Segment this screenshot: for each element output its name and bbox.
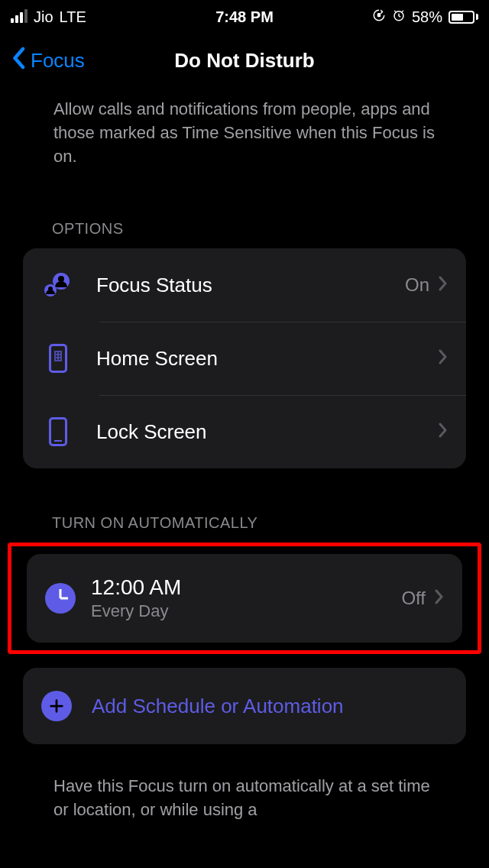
chevron-right-icon bbox=[435, 589, 444, 607]
options-header: OPTIONS bbox=[8, 174, 481, 248]
network-label: LTE bbox=[60, 8, 86, 26]
nav-bar: Focus Do Not Disturb bbox=[0, 34, 489, 87]
lock-screen-row[interactable]: Lock Screen bbox=[23, 395, 466, 468]
plus-icon bbox=[41, 691, 72, 721]
focus-status-icon bbox=[41, 268, 75, 302]
svg-rect-0 bbox=[377, 13, 380, 16]
automation-header: TURN ON AUTOMATICALLY bbox=[8, 468, 481, 542]
home-screen-icon bbox=[41, 342, 75, 375]
schedule-state: Off bbox=[401, 588, 426, 609]
alarm-icon bbox=[392, 8, 406, 26]
clock-icon bbox=[45, 583, 76, 614]
page-title: Do Not Disturb bbox=[174, 49, 314, 73]
svg-point-3 bbox=[58, 276, 64, 282]
highlight-annotation: 12:00 AM Every Day Off bbox=[8, 542, 481, 654]
chevron-right-icon bbox=[439, 276, 448, 294]
lock-screen-icon bbox=[41, 415, 75, 449]
back-label: Focus bbox=[31, 49, 85, 73]
home-screen-row[interactable]: Home Screen bbox=[23, 322, 466, 395]
rotation-lock-icon bbox=[372, 8, 386, 26]
focus-status-row[interactable]: Focus Status On bbox=[23, 248, 466, 322]
battery-icon bbox=[449, 11, 478, 24]
schedule-row[interactable]: 12:00 AM Every Day Off bbox=[27, 554, 462, 643]
intro-text: Allow calls and notifications from peopl… bbox=[8, 87, 481, 174]
chevron-right-icon bbox=[439, 423, 448, 441]
schedule-time: 12:00 AM bbox=[91, 575, 401, 600]
signal-icon bbox=[11, 11, 28, 23]
add-schedule-button[interactable]: Add Schedule or Automation bbox=[23, 668, 466, 744]
lock-screen-label: Lock Screen bbox=[96, 420, 439, 444]
home-screen-label: Home Screen bbox=[96, 347, 439, 371]
focus-status-label: Focus Status bbox=[96, 274, 405, 297]
status-bar: Jio LTE 7:48 PM 58% bbox=[0, 0, 489, 34]
carrier-label: Jio bbox=[34, 8, 53, 26]
schedule-repeat: Every Day bbox=[91, 601, 401, 621]
add-schedule-label: Add Schedule or Automation bbox=[92, 695, 344, 718]
chevron-left-icon bbox=[11, 47, 26, 75]
options-card: Focus Status On Home Screen Lock Screen bbox=[23, 248, 466, 468]
footer-text: Have this Focus turn on automatically at… bbox=[8, 744, 481, 822]
chevron-right-icon bbox=[439, 349, 448, 368]
back-button[interactable]: Focus bbox=[11, 47, 85, 75]
focus-status-value: On bbox=[405, 274, 429, 296]
clock-label: 7:48 PM bbox=[215, 8, 274, 26]
battery-pct-label: 58% bbox=[412, 8, 442, 26]
